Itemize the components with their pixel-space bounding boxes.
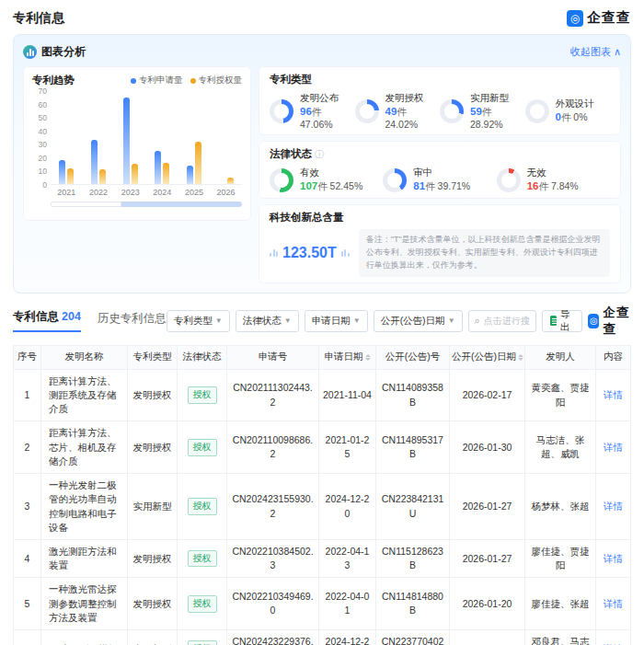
application-number-cell: CN202210384502.3 bbox=[227, 540, 319, 578]
donut-chart bbox=[355, 99, 379, 123]
chevron-down-icon: ▼ bbox=[215, 317, 223, 325]
qichacha-logo-small: ◎ 企查查 bbox=[588, 305, 633, 338]
tab-label: 专利信息 bbox=[13, 310, 59, 323]
publication-date-cell: 2026-02-17 bbox=[450, 369, 525, 421]
zoom-slider-handle-area[interactable] bbox=[51, 202, 121, 207]
stat-texts: 发明公布96件 47.06% bbox=[300, 92, 355, 130]
application-date-cell: 2021-01-25 bbox=[319, 421, 376, 474]
application-number-cell: CN202423229376.8 bbox=[227, 630, 319, 645]
table-row: 5一种激光雷达探测参数调整控制方法及装置发明授权授权CN202210349469… bbox=[14, 578, 631, 630]
page-title: 专利信息 bbox=[13, 10, 64, 27]
chevron-down-icon: ▼ bbox=[353, 317, 361, 325]
sort-icon[interactable] bbox=[518, 354, 523, 362]
stat-count: 96 bbox=[300, 106, 312, 117]
row-number-cell: 2 bbox=[14, 421, 41, 474]
bar-group bbox=[155, 91, 169, 184]
stat-numbers: 59件 28.92% bbox=[470, 106, 525, 130]
filter-button-label: 法律状态 bbox=[243, 315, 282, 328]
zoom-slider-selected-area[interactable] bbox=[121, 202, 242, 207]
column-header-label: 申请号 bbox=[259, 351, 288, 362]
filter-button[interactable]: 公开(公告)日期▼ bbox=[374, 310, 463, 332]
row-number-cell: 1 bbox=[14, 369, 41, 421]
legal-status-cell: 授权 bbox=[178, 630, 227, 645]
search-input[interactable] bbox=[484, 316, 530, 326]
column-header: 发明人 bbox=[525, 345, 596, 369]
inventors-cell: 邓良君、马志洁、厉思杰 bbox=[525, 630, 596, 645]
qichacha-logo-icon: ◎ bbox=[567, 10, 583, 27]
detail-link[interactable]: 详情 bbox=[604, 389, 623, 400]
patent-table: 序号发明名称专利类型法律状态申请号申请日期公开(公告)号公开(公告)日期发明人内… bbox=[13, 345, 631, 645]
status-badge: 授权 bbox=[188, 386, 217, 404]
donut-chart bbox=[497, 168, 521, 192]
sort-icon[interactable] bbox=[365, 354, 371, 362]
trend-y-axis: 706050403020100 bbox=[32, 91, 51, 185]
content-cell: 详情 bbox=[596, 540, 631, 578]
application-date-cell: 2021-11-04 bbox=[319, 369, 376, 421]
detail-link[interactable]: 详情 bbox=[604, 598, 623, 609]
filter-button[interactable]: 专利类型▼ bbox=[167, 310, 230, 332]
column-header-label: 序号 bbox=[17, 351, 37, 362]
publication-date-cell: 2026-01-27 bbox=[450, 474, 525, 540]
publication-date-cell: 2026-01-27 bbox=[450, 540, 525, 578]
legend-dot-icon bbox=[190, 78, 196, 84]
stat-unit: 件 bbox=[482, 106, 492, 117]
search-box[interactable]: ⌕ bbox=[468, 310, 536, 332]
trend-chart-title: 专利趋势 bbox=[32, 74, 75, 87]
table-row: 3一种光发射二极管的光功率自动控制电路和电子设备实用新型授权CN20242315… bbox=[14, 474, 631, 540]
table-row: 1距离计算方法、测距系统及存储介质发明授权授权CN202111302443.22… bbox=[14, 369, 631, 421]
trend-bar bbox=[227, 178, 234, 184]
collapse-charts-link[interactable]: 收起图表 ∧ bbox=[570, 45, 621, 59]
qichacha-logo-text: 企查查 bbox=[587, 9, 631, 27]
stat-numbers: 81件 39.71% bbox=[413, 180, 470, 193]
detail-link[interactable]: 详情 bbox=[604, 442, 623, 453]
legal-status-cell: 授权 bbox=[178, 421, 227, 474]
row-number-cell: 3 bbox=[14, 474, 41, 540]
patent-type-cell: 发明授权 bbox=[128, 421, 178, 474]
patent-type-cell: 发明授权 bbox=[128, 540, 178, 578]
filter-button-label: 申请日期 bbox=[312, 315, 351, 328]
info-icon[interactable]: ⓘ bbox=[315, 148, 324, 161]
legend-label: 专利授权量 bbox=[199, 75, 243, 86]
legal-status-donuts: 有效107件 52.45%审中81件 39.71%无效16件 7.84% bbox=[270, 167, 610, 193]
chart-analysis-title: 图表分析 bbox=[41, 44, 86, 60]
chevron-down-icon: ▼ bbox=[448, 317, 455, 325]
filter-button[interactable]: 法律状态▼ bbox=[236, 310, 299, 332]
patent-trend-card: 专利趋势 专利申请量专利授权量 706050403020100 20212022… bbox=[23, 66, 251, 221]
trend-zoom-slider[interactable] bbox=[51, 202, 242, 207]
stat-percent: 28.92% bbox=[470, 119, 503, 130]
inventors-cell: 黄奕鑫、贾捷阳 bbox=[525, 369, 596, 421]
inventors-cell: 马志洁、张超、威凯 bbox=[525, 421, 596, 474]
column-header-label: 发明名称 bbox=[65, 351, 104, 362]
legal-status-card: 法律状态 ⓘ 有效107件 52.45%审中81件 39.71%无效16件 7.… bbox=[259, 141, 621, 199]
row-number-cell: 5 bbox=[14, 578, 41, 630]
stat-percent: 52.45% bbox=[330, 180, 363, 191]
stat-count: 59 bbox=[470, 106, 482, 117]
detail-link[interactable]: 详情 bbox=[604, 553, 623, 564]
tech-innovation-value: 123.50T bbox=[282, 245, 337, 261]
column-header: 专利类型 bbox=[128, 345, 178, 369]
table-row: 4激光测距方法和装置发明授权授权CN202210384502.32022-04-… bbox=[14, 540, 631, 578]
filter-buttons: 专利类型▼法律状态▼申请日期▼公开(公告)日期▼ bbox=[167, 310, 463, 332]
trend-bar bbox=[99, 169, 106, 184]
chart-analysis-panel: 图表分析 收起图表 ∧ 专利趋势 专利申请量专利授权量 706050403020… bbox=[13, 34, 631, 294]
stat-donut-item: 发明公布96件 47.06% bbox=[270, 92, 355, 130]
tab-history-patent-info[interactable]: 历史专利信息 bbox=[98, 311, 167, 332]
detail-link[interactable]: 详情 bbox=[604, 501, 623, 512]
column-header-label: 法律状态 bbox=[183, 351, 222, 362]
column-header[interactable]: 公开(公告)日期 bbox=[450, 345, 525, 369]
tab-patent-info[interactable]: 专利信息204 bbox=[13, 309, 81, 332]
filter-button[interactable]: 申请日期▼ bbox=[305, 310, 368, 332]
patent-type-title: 专利类型 bbox=[270, 73, 610, 86]
status-badge: 授权 bbox=[188, 640, 217, 645]
bar-chart-icon bbox=[270, 249, 278, 257]
application-number-cell: CN202210349469.0 bbox=[227, 578, 319, 630]
export-button[interactable]: 导出 bbox=[542, 310, 582, 332]
stat-label: 外观设计 bbox=[556, 98, 594, 110]
publication-number-cell: CN114814880B bbox=[376, 578, 450, 630]
column-header: 内容 bbox=[596, 345, 631, 369]
trend-bar bbox=[195, 142, 201, 184]
stat-donut-item: 实用新型59件 28.92% bbox=[440, 92, 525, 130]
application-date-cell: 2024-12-26 bbox=[319, 630, 376, 645]
column-header[interactable]: 申请日期 bbox=[319, 345, 376, 369]
application-date-cell: 2022-04-13 bbox=[319, 540, 376, 578]
